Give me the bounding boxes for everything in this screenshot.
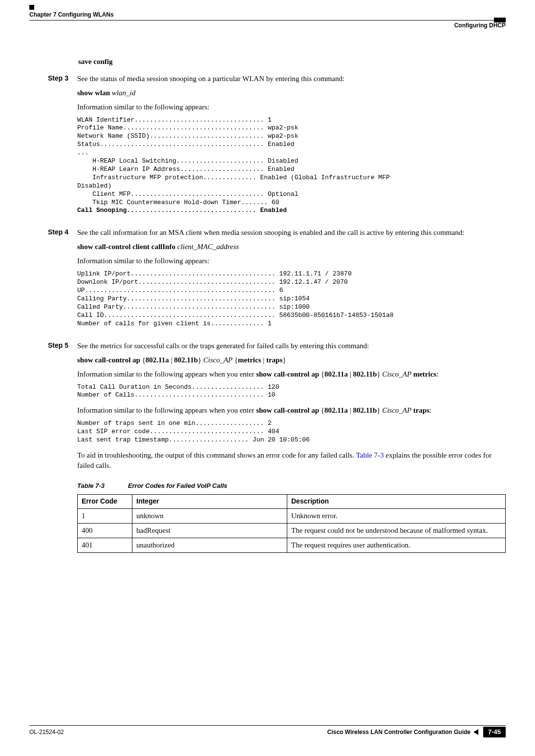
table-7-3-link[interactable]: Table 7-3 <box>356 451 384 459</box>
page-header: Chapter 7 Configuring WLANs <box>29 11 506 21</box>
step3-cmd-italic: wlan_id <box>110 89 135 97</box>
step4-label: Step 4 <box>48 228 77 237</box>
step5-desc: See the metrics for successful calls or … <box>77 341 506 351</box>
step4-desc: See the call information for an MSA clie… <box>77 228 506 238</box>
header-left: Chapter 7 Configuring WLANs <box>29 11 114 19</box>
table-caption: Table 7-3Error Codes for Failed VoIP Cal… <box>77 482 506 490</box>
step3-label: Step 3 <box>48 74 77 84</box>
table-row: 400 badRequest The request could not be … <box>78 523 506 538</box>
corner-square <box>29 5 34 10</box>
step5-cmd1: show call-control ap {802.11a | 802.11b}… <box>77 355 506 365</box>
th-integer: Integer <box>132 495 287 509</box>
step4-output: Uplink IP/port..........................… <box>77 270 506 328</box>
page-footer: OL-21524-02 Cisco Wireless LAN Controlle… <box>29 725 506 737</box>
step5-label: Step 5 <box>48 341 77 351</box>
step4-info: Information similar to the following app… <box>77 256 506 266</box>
step3-output: WLAN Identifier.........................… <box>77 116 506 215</box>
th-description: Description <box>287 495 506 509</box>
step5-trouble: To aid in troubleshooting, the output of… <box>77 450 506 471</box>
step3-desc: See the status of media session snooping… <box>77 74 506 84</box>
step5-info-traps: Information similar to the following app… <box>77 405 506 416</box>
footer-title: Cisco Wireless LAN Controller Configurat… <box>327 728 471 736</box>
step5-info-metrics: Information similar to the following app… <box>77 369 506 379</box>
header-sub: Configuring DHCP <box>29 21 506 30</box>
step5-output-traps: Number of traps sent in one min.........… <box>77 420 506 444</box>
save-config-cmd: save config <box>78 58 112 65</box>
footer-arrow-icon <box>473 729 478 735</box>
error-codes-table: Error Code Integer Description 1 unknown… <box>77 494 506 553</box>
step3-info: Information similar to the following app… <box>77 102 506 112</box>
step4-cmd-italic: client_MAC_address <box>175 243 239 251</box>
page-number: 7-45 <box>483 727 506 737</box>
footer-doc-id: OL-21524-02 <box>29 728 64 736</box>
step3-cmd-bold: show wlan <box>77 89 110 97</box>
main-content: save config Step 3 See the status of med… <box>78 57 506 553</box>
header-bar <box>494 18 506 22</box>
step5-output-metrics: Total Call Duration in Seconds..........… <box>77 383 506 400</box>
th-error-code: Error Code <box>78 495 132 509</box>
table-row: 1 unknown Unknown error. <box>78 508 506 523</box>
step4-cmd-bold: show call-control client callInfo <box>77 243 175 251</box>
table-row: 401 unauthorized The request requires us… <box>78 538 506 552</box>
